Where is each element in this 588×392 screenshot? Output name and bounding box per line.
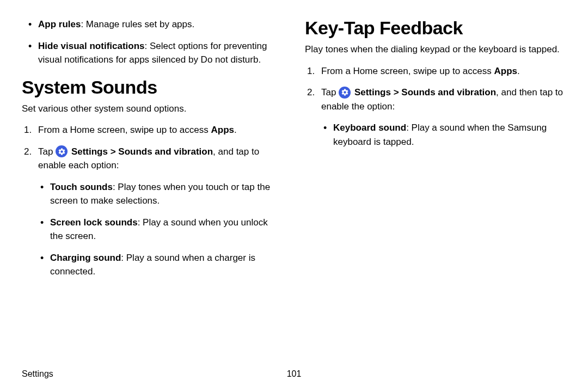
step-sep: >: [391, 87, 401, 97]
option-label: Screen lock sounds: [50, 217, 138, 228]
step-text: .: [517, 66, 520, 76]
list-item: App rules: Manage rules set by apps.: [38, 17, 283, 32]
footer-section-label: Settings: [22, 369, 53, 378]
page-footer: Settings 101: [22, 369, 566, 379]
step-bold: Apps: [494, 66, 517, 76]
page-number: 101: [287, 369, 302, 379]
section-intro: Set various other system sound options.: [22, 102, 283, 116]
step-item: Tap Settings > Sounds and vibration, and…: [321, 85, 566, 149]
list-item: Hide visual notifications: Select option…: [38, 39, 283, 67]
options-list: Keyboard sound: Play a sound when the Sa…: [321, 121, 566, 149]
left-column: App rules: Manage rules set by apps. Hid…: [22, 17, 283, 286]
intro-bullets: App rules: Manage rules set by apps. Hid…: [22, 17, 283, 67]
content-columns: App rules: Manage rules set by apps. Hid…: [22, 17, 566, 286]
step-text: Tap: [321, 87, 339, 97]
options-list: Touch sounds: Play tones when you touch …: [38, 180, 283, 279]
bullet-label: Hide visual notifications: [38, 41, 145, 51]
right-column: Key-Tap Feedback Play tones when the dia…: [305, 17, 566, 286]
step-item: From a Home screen, swipe up to access A…: [321, 64, 566, 78]
step-text: Tap: [38, 146, 56, 157]
option-label: Keyboard sound: [333, 122, 406, 133]
step-bold: Settings: [71, 146, 108, 157]
option-label: Charging sound: [50, 253, 121, 263]
step-text: From a Home screen, swipe up to access: [321, 66, 494, 76]
steps-list: From a Home screen, swipe up to access A…: [22, 123, 283, 279]
bullet-label: App rules: [38, 19, 81, 29]
step-text: .: [234, 125, 237, 135]
step-bold: Sounds and vibration: [118, 146, 213, 157]
step-sep: >: [108, 146, 118, 157]
bullet-desc: : Manage rules set by apps.: [81, 19, 194, 29]
list-item: Touch sounds: Play tones when you touch …: [50, 180, 283, 208]
list-item: Charging sound: Play a sound when a char…: [50, 251, 283, 279]
step-item: From a Home screen, swipe up to access A…: [38, 123, 283, 137]
list-item: Keyboard sound: Play a sound when the Sa…: [333, 121, 566, 149]
step-text: From a Home screen, swipe up to access: [38, 125, 211, 135]
step-bold: Apps: [211, 125, 234, 135]
steps-list: From a Home screen, swipe up to access A…: [305, 64, 566, 149]
section-heading-system-sounds: System Sounds: [22, 77, 283, 98]
step-item: Tap Settings > Sounds and vibration, and…: [38, 145, 283, 279]
settings-icon: [339, 87, 351, 99]
settings-icon: [56, 145, 68, 157]
section-heading-keytap: Key-Tap Feedback: [305, 17, 566, 39]
step-bold: Settings: [354, 87, 391, 97]
option-label: Touch sounds: [50, 182, 113, 192]
list-item: Screen lock sounds: Play a sound when yo…: [50, 216, 283, 243]
section-intro: Play tones when the dialing keypad or th…: [305, 43, 566, 57]
step-bold: Sounds and vibration: [401, 87, 496, 97]
